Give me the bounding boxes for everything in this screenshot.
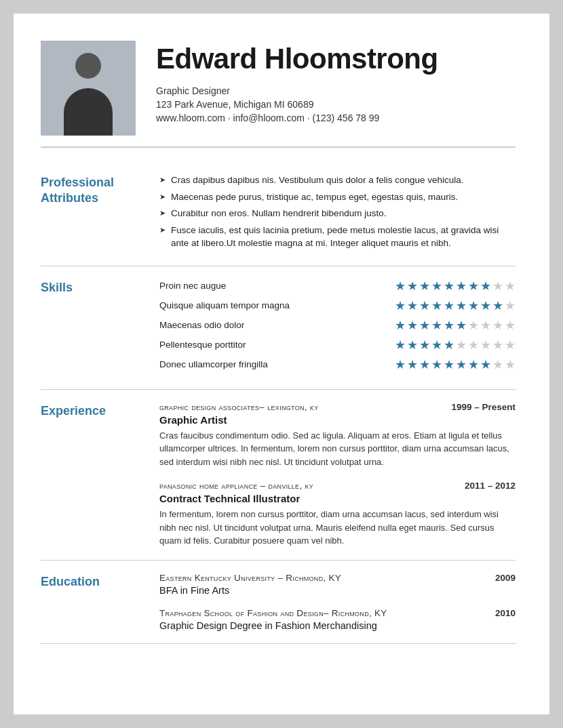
star-filled: ★	[480, 279, 491, 294]
education-section: Education Eastern Kentucky University – …	[41, 561, 516, 644]
star-empty: ★	[480, 338, 491, 352]
star-filled: ★	[395, 338, 406, 352]
star-filled: ★	[407, 279, 418, 294]
experience-entry: Graphic Design Associates– Lexington, KY…	[159, 402, 516, 469]
star-filled: ★	[444, 357, 454, 372]
candidate-name: Edward Hloomstrong	[156, 43, 516, 75]
attribute-item: Maecenas pede purus, tristique ac, tempu…	[159, 190, 516, 204]
star-empty: ★	[492, 338, 503, 352]
star-filled: ★	[407, 298, 418, 313]
skill-row: Donec ullamcorper fringilla★★★★★★★★★★	[159, 357, 516, 372]
skill-stars: ★★★★★★★★★★	[395, 298, 516, 313]
edu-header: Traphagen School of Fashion and Design– …	[159, 608, 516, 618]
skill-name: Donec ullamcorper fringilla	[159, 359, 395, 369]
exp-date: 1999 – Present	[451, 402, 516, 412]
star-empty: ★	[468, 318, 479, 333]
skill-stars: ★★★★★★★★★★	[395, 318, 516, 333]
edu-degree: Graphic Design Degree in Fashion Merchan…	[159, 620, 516, 631]
edu-year: 2009	[495, 573, 516, 583]
star-filled: ★	[431, 357, 442, 372]
star-filled: ★	[444, 318, 454, 333]
star-empty: ★	[492, 318, 503, 333]
star-empty: ★	[505, 298, 516, 313]
edu-header: Eastern Kentucky University – Richmond, …	[159, 573, 516, 583]
star-filled: ★	[419, 279, 430, 294]
skill-stars: ★★★★★★★★★★	[395, 279, 516, 294]
exp-date: 2011 – 2012	[465, 481, 516, 491]
skill-stars: ★★★★★★★★★★	[395, 357, 516, 372]
exp-desc: Cras faucibus condimentum odio. Sed ac l…	[159, 429, 516, 469]
attribute-item: Cras dapibus dapibus nis. Vestibulum qui…	[159, 174, 516, 187]
exp-header: Panasonic Home Appliance – Danville, KY2…	[159, 481, 516, 491]
education-entry: Traphagen School of Fashion and Design– …	[159, 608, 516, 631]
header-info: Edward Hloomstrong Graphic Designer 123 …	[156, 41, 516, 123]
attribute-item: Fusce iaculis, est quis lacinia pretium,…	[159, 224, 516, 250]
experience-section: Experience Graphic Design Associates– Le…	[41, 390, 516, 561]
exp-desc: In fermentum, lorem non cursus porttitor…	[159, 508, 516, 548]
star-filled: ★	[395, 357, 406, 372]
star-filled: ★	[419, 357, 430, 372]
star-filled: ★	[431, 279, 442, 294]
skill-row: Maecenas odio dolor★★★★★★★★★★	[159, 318, 516, 333]
candidate-title: Graphic Designer	[156, 85, 516, 96]
star-filled: ★	[444, 298, 454, 313]
skill-name: Quisque aliquam tempor magna	[159, 300, 395, 310]
star-filled: ★	[431, 338, 442, 352]
professional-section: ProfessionalAttributes Cras dapibus dapi…	[41, 161, 516, 266]
professional-label: ProfessionalAttributes	[41, 174, 159, 254]
star-filled: ★	[395, 279, 406, 294]
skills-section: Skills Proin nec augue★★★★★★★★★★Quisque …	[41, 266, 516, 390]
education-label: Education	[41, 573, 159, 631]
exp-header: Graphic Design Associates– Lexington, KY…	[159, 402, 516, 412]
star-filled: ★	[407, 338, 418, 352]
avatar-head	[75, 53, 101, 79]
exp-company: Graphic Design Associates– Lexington, KY	[159, 402, 318, 412]
star-filled: ★	[407, 318, 418, 333]
star-filled: ★	[431, 298, 442, 313]
star-filled: ★	[419, 338, 430, 352]
attributes-list: Cras dapibus dapibus nis. Vestibulum qui…	[159, 174, 516, 250]
education-entry: Eastern Kentucky University – Richmond, …	[159, 573, 516, 596]
star-empty: ★	[480, 318, 491, 333]
skill-name: Proin nec augue	[159, 281, 395, 291]
star-filled: ★	[480, 357, 491, 372]
experience-label: Experience	[41, 402, 159, 548]
star-empty: ★	[492, 357, 503, 372]
edu-year: 2010	[495, 608, 516, 618]
star-filled: ★	[456, 279, 467, 294]
experience-content: Graphic Design Associates– Lexington, KY…	[159, 402, 516, 548]
candidate-address: 123 Park Avenue, Michigan MI 60689	[156, 99, 516, 110]
skill-stars: ★★★★★★★★★★	[395, 338, 516, 352]
star-filled: ★	[444, 279, 454, 294]
header-section: Edward Hloomstrong Graphic Designer 123 …	[41, 41, 516, 148]
star-empty: ★	[468, 338, 479, 352]
exp-company: Panasonic Home Appliance – Danville, KY	[159, 481, 313, 491]
skills-label: Skills	[41, 279, 159, 377]
star-filled: ★	[395, 318, 406, 333]
star-filled: ★	[492, 298, 503, 313]
star-filled: ★	[431, 318, 442, 333]
star-empty: ★	[492, 279, 503, 294]
skill-name: Pellentesque porttitor	[159, 340, 395, 350]
star-filled: ★	[419, 298, 430, 313]
skill-row: Pellentesque porttitor★★★★★★★★★★	[159, 338, 516, 352]
skill-row: Quisque aliquam tempor magna★★★★★★★★★★	[159, 298, 516, 313]
skill-name: Maecenas odio dolor	[159, 320, 395, 330]
candidate-contact: www.hloom.com · info@hloom.com · (123) 4…	[156, 113, 516, 123]
star-filled: ★	[480, 298, 491, 313]
star-filled: ★	[419, 318, 430, 333]
star-filled: ★	[407, 357, 418, 372]
edu-degree: BFA in Fine Arts	[159, 585, 516, 596]
star-empty: ★	[505, 357, 516, 372]
star-empty: ★	[505, 338, 516, 352]
star-filled: ★	[468, 279, 479, 294]
star-empty: ★	[505, 279, 516, 294]
professional-content: Cras dapibus dapibus nis. Vestibulum qui…	[159, 174, 516, 254]
avatar-body	[64, 88, 113, 136]
exp-title: Graphic Artist	[159, 414, 516, 426]
education-content: Eastern Kentucky University – Richmond, …	[159, 573, 516, 631]
experience-entry: Panasonic Home Appliance – Danville, KY2…	[159, 481, 516, 548]
star-filled: ★	[456, 318, 467, 333]
edu-school: Eastern Kentucky University – Richmond, …	[159, 573, 341, 583]
star-empty: ★	[456, 338, 467, 352]
